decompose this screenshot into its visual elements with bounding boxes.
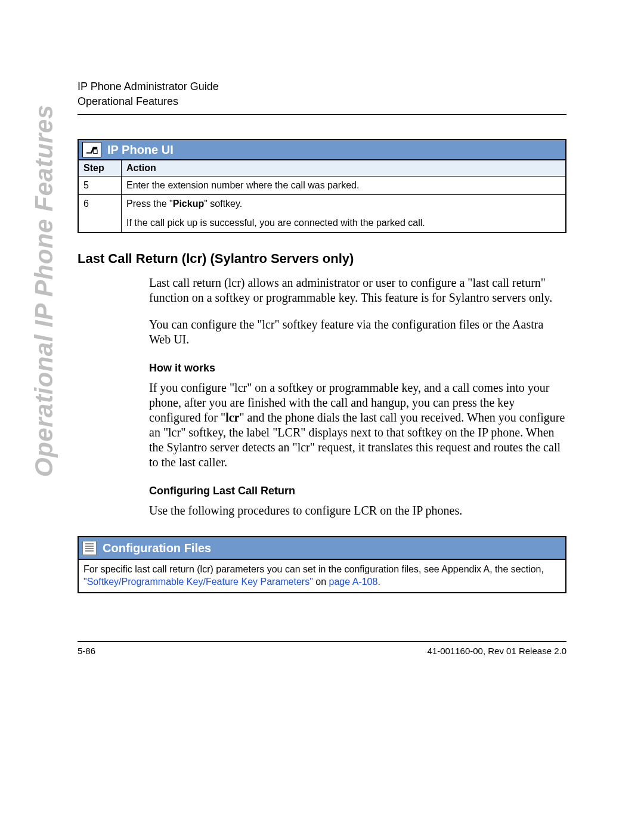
page-footer: 5-86 41-001160-00, Rev 01 Release 2.0 bbox=[78, 646, 566, 656]
text: on bbox=[313, 577, 329, 587]
subheading-how-it-works: How it works bbox=[149, 362, 566, 374]
paragraph: Last call return (lcr) allows an adminis… bbox=[149, 275, 566, 305]
bold-text: lcr bbox=[225, 411, 239, 424]
subheading-configuring: Configuring Last Call Return bbox=[149, 485, 566, 497]
ip-phone-ui-title: IP Phone UI bbox=[107, 143, 174, 157]
header-divider bbox=[78, 114, 566, 115]
config-title-bar: Configuration Files bbox=[79, 537, 565, 560]
text: . bbox=[377, 577, 380, 587]
config-title: Configuration Files bbox=[103, 541, 211, 555]
section-heading: Last Call Return (lcr) (Sylantro Servers… bbox=[78, 251, 566, 267]
step-number: 6 bbox=[79, 195, 122, 233]
text: Last call return (lcr) allows an adminis… bbox=[149, 276, 411, 289]
text: " softkey. bbox=[204, 199, 242, 209]
link-page-a108[interactable]: page A-108 bbox=[329, 577, 378, 587]
ip-phone-ui-box: IP Phone UI Step Action 5 Enter the exte… bbox=[78, 139, 566, 233]
table-row: 6 Press the "Pickup" softkey. If the cal… bbox=[79, 195, 565, 233]
step-number: 5 bbox=[79, 176, 122, 195]
content: IP Phone UI Step Action 5 Enter the exte… bbox=[78, 139, 566, 656]
phone-icon bbox=[82, 142, 101, 157]
col-action: Action bbox=[122, 160, 566, 176]
footer-doc-info: 41-001160-00, Rev 01 Release 2.0 bbox=[428, 646, 567, 656]
page: Operational IP Phone Features IP Phone A… bbox=[0, 0, 644, 833]
side-label: Operational IP Phone Features bbox=[30, 105, 58, 477]
document-icon bbox=[82, 541, 97, 555]
table-row: 5 Enter the extension number where the c… bbox=[79, 176, 565, 195]
ip-phone-ui-title-bar: IP Phone UI bbox=[79, 140, 565, 160]
paragraph: Use the following procedures to configur… bbox=[149, 503, 566, 518]
configuration-files-box: Configuration Files For specific last ca… bbox=[78, 536, 566, 593]
svg-rect-0 bbox=[94, 150, 97, 153]
paragraph: You can configure the "lcr" softkey feat… bbox=[149, 317, 566, 347]
col-step: Step bbox=[79, 160, 122, 176]
bold-text: Pickup bbox=[173, 199, 204, 209]
footer-page-number: 5-86 bbox=[78, 646, 95, 656]
text: If the call pick up is successful, you a… bbox=[126, 218, 425, 228]
link-softkey-params[interactable]: "Softkey/Programmable Key/Feature Key Pa… bbox=[83, 577, 313, 587]
text: For specific last call return (lcr) para… bbox=[83, 564, 544, 574]
text: Press the " bbox=[126, 199, 173, 209]
footer-divider bbox=[78, 641, 566, 642]
header-subtitle: Operational Features bbox=[78, 95, 566, 108]
step-action: Press the "Pickup" softkey. If the call … bbox=[122, 195, 566, 233]
page-header: IP Phone Administrator Guide Operational… bbox=[78, 80, 566, 115]
paragraph: If you configure "lcr" on a softkey or p… bbox=[149, 380, 566, 470]
config-body: For specific last call return (lcr) para… bbox=[79, 560, 565, 592]
step-action: Enter the extension number where the cal… bbox=[122, 176, 566, 195]
table-header-row: Step Action bbox=[79, 160, 565, 176]
header-title: IP Phone Administrator Guide bbox=[78, 80, 566, 93]
steps-table: Step Action 5 Enter the extension number… bbox=[79, 160, 565, 232]
